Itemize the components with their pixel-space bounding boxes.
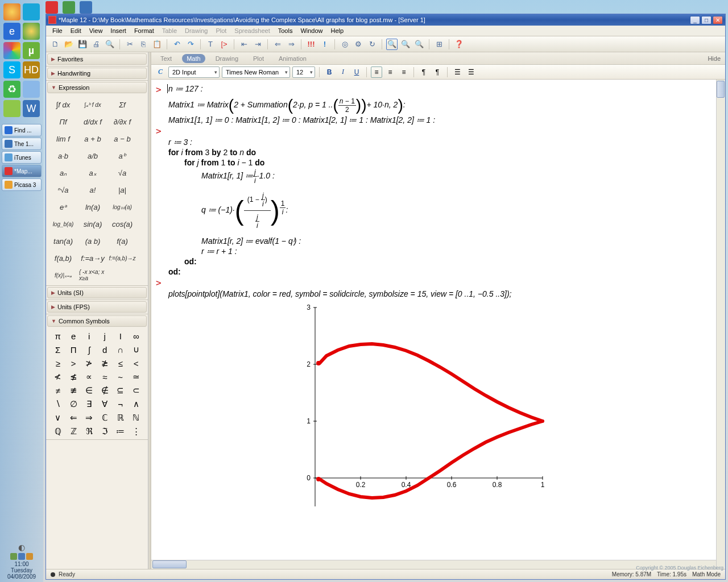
symbol-item[interactable]: ∖	[51, 398, 65, 410]
expression-item[interactable]: f(a,b)	[49, 250, 77, 266]
style-select[interactable]: 2D Input	[168, 66, 220, 78]
context-tab-animation[interactable]: Animation	[274, 54, 311, 63]
expression-item[interactable]: a + b	[79, 131, 106, 147]
office-icon[interactable]	[3, 100, 20, 117]
symbol-item[interactable]: π	[51, 330, 65, 342]
para2-icon[interactable]: ¶	[432, 66, 443, 78]
font-select[interactable]: Times New Roman	[222, 66, 290, 78]
skype-icon[interactable]: S	[3, 61, 20, 78]
expression-item[interactable]: Πf	[49, 114, 77, 130]
close-button[interactable]: ✕	[713, 16, 723, 24]
symbol-item[interactable]: I	[113, 330, 128, 342]
symbol-item[interactable]: ~	[113, 371, 128, 383]
stop-icon[interactable]: ◎	[339, 39, 350, 50]
palette-expression[interactable]: ▼Expression	[47, 82, 147, 93]
symbol-item[interactable]: ⋮	[129, 426, 144, 437]
menu-view[interactable]: View	[85, 26, 107, 35]
symbol-item[interactable]: ℂ	[98, 412, 113, 423]
symbol-item[interactable]: ≱	[98, 357, 113, 369]
expression-item[interactable]: ∫ₐᵇ f dx	[79, 97, 106, 113]
symbol-item[interactable]: ∉	[98, 385, 113, 396]
symbol-item[interactable]: <	[129, 357, 144, 369]
expression-item[interactable]: f:=(a,b)→z	[109, 250, 136, 266]
menu-table[interactable]: Table	[158, 26, 181, 35]
forward-icon[interactable]: ⇒	[286, 39, 297, 50]
worksheet[interactable]: > n ≔ 127 : Matrix1 ≔ Matrix(2 + Summati…	[151, 80, 725, 569]
paste-icon[interactable]: 📋	[151, 39, 163, 50]
expression-item[interactable]: ⁿ√a	[49, 182, 77, 198]
copy-icon[interactable]: ⎘	[138, 39, 149, 50]
symbol-item[interactable]: ∪	[129, 344, 144, 355]
underline-button[interactable]: U	[351, 66, 362, 78]
palette-units-si[interactable]: ▶Units (SI)	[47, 287, 147, 298]
maximize-button[interactable]: □	[701, 16, 712, 24]
task-button[interactable]: *Map...	[2, 165, 42, 177]
restart-icon[interactable]: ↻	[366, 39, 378, 50]
menu-edit[interactable]: Edit	[67, 26, 85, 35]
symbol-item[interactable]: ⊆	[113, 385, 128, 396]
menu-help[interactable]: Help	[327, 26, 348, 35]
back-icon[interactable]: ⇐	[272, 39, 283, 50]
messenger-icon[interactable]	[23, 3, 40, 20]
help-icon[interactable]: ❓	[453, 39, 465, 50]
symbol-item[interactable]: Σ	[51, 344, 65, 355]
symbol-item[interactable]: ℕ	[129, 412, 144, 423]
symbol-item[interactable]: ℑ	[98, 426, 113, 437]
italic-button[interactable]: I	[337, 66, 349, 78]
symbol-item[interactable]: j	[98, 330, 113, 342]
notepad-icon[interactable]	[23, 81, 40, 98]
size-select[interactable]: 12	[292, 66, 315, 78]
context-tab-plot[interactable]: Plot	[249, 54, 268, 63]
debug-icon[interactable]: ⚙	[353, 39, 364, 50]
expression-item[interactable]: ∫f dx	[49, 97, 77, 113]
symbol-item[interactable]: ≈	[98, 371, 113, 383]
hide-link[interactable]: Hide	[708, 55, 721, 62]
context-tab-math[interactable]: Math	[182, 54, 205, 63]
palette-handwriting[interactable]: ▶Handwriting	[47, 68, 147, 79]
expression-item[interactable]: d/dx f	[79, 114, 106, 130]
symbol-item[interactable]: ℝ	[113, 412, 128, 423]
symbol-item[interactable]: ≔	[113, 426, 128, 437]
minimize-button[interactable]: _	[690, 16, 700, 24]
palette-favorites[interactable]: ▶Favorites	[47, 53, 147, 65]
symbol-item[interactable]: ∝	[82, 371, 97, 383]
symbol-item[interactable]: ≠	[51, 385, 65, 396]
expression-item[interactable]: aₓ	[79, 165, 106, 181]
menu-insert[interactable]: Insert	[106, 26, 130, 35]
expression-item[interactable]: |a|	[109, 182, 136, 198]
menu-format[interactable]: Format	[130, 26, 158, 35]
expression-item[interactable]: log₁₀(a)	[109, 199, 136, 215]
task-button[interactable]: Picasa 3	[2, 178, 42, 191]
expression-item[interactable]: a/b	[79, 148, 106, 164]
itunes-icon[interactable]	[23, 23, 40, 40]
expression-item[interactable]: a − b	[109, 131, 136, 147]
symbol-item[interactable]: ⊂	[129, 385, 144, 396]
symbol-item[interactable]: ∨	[51, 412, 65, 423]
word-icon[interactable]: W	[23, 100, 40, 117]
expression-item[interactable]: Σf	[109, 97, 136, 113]
task-button[interactable]: The 1...	[2, 138, 42, 150]
expression-item[interactable]: ln(a)	[79, 199, 106, 215]
symbol-item[interactable]: e	[67, 330, 81, 342]
menu-tools[interactable]: Tools	[274, 26, 297, 35]
hd-icon[interactable]: HD	[23, 61, 40, 78]
symbol-item[interactable]: ℜ	[82, 426, 97, 437]
task-button[interactable]: iTunes	[2, 151, 42, 164]
expression-item[interactable]: f(x)|ₓ₌ₐ	[49, 267, 77, 283]
expression-item[interactable]: aᵇ	[109, 148, 136, 164]
symbol-item[interactable]: ≤	[113, 357, 128, 369]
symbol-item[interactable]: ∀	[98, 398, 113, 410]
bold-button[interactable]: B	[324, 66, 335, 78]
expression-item[interactable]: lim f	[49, 131, 77, 147]
text-mode-icon[interactable]: T	[205, 39, 216, 50]
symbol-item[interactable]: ℤ	[67, 426, 81, 437]
expression-item[interactable]: (a b)	[79, 233, 106, 249]
symbol-item[interactable]: ∫	[82, 344, 97, 355]
tray-icons[interactable]	[0, 553, 43, 560]
expression-item[interactable]: √a	[109, 165, 136, 181]
zoom-out-icon[interactable]: 🔍	[413, 39, 425, 50]
symbol-item[interactable]: ∈	[82, 385, 97, 396]
cut-icon[interactable]: ✂	[124, 39, 135, 50]
context-tab-drawing[interactable]: Drawing	[211, 54, 243, 63]
symbol-item[interactable]: ∞	[129, 330, 144, 342]
